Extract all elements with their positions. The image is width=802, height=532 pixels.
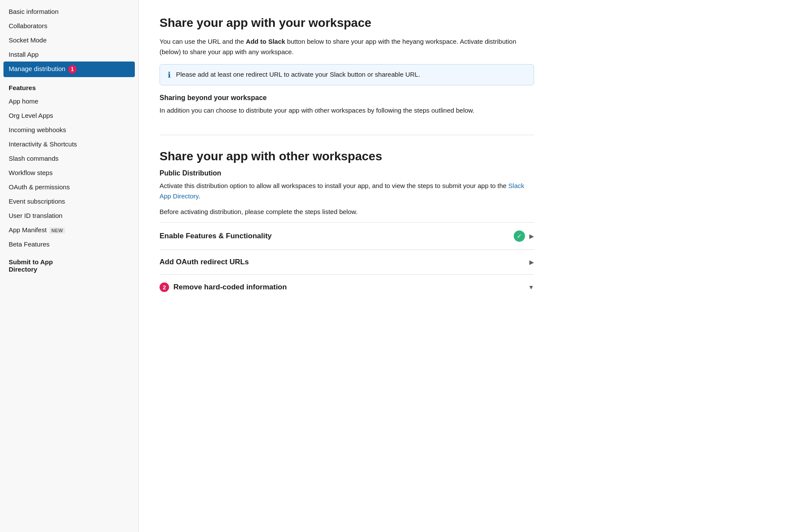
public-dist-title: Public Distribution [160,169,534,177]
accordion-enable-features-header[interactable]: Enable Features & Functionality ✓ ▶ [160,230,534,242]
remove-hardcoded-badge: 2 [160,282,169,292]
sidebar-item-org-level-apps[interactable]: Org Level Apps [0,108,138,123]
sidebar-item-oauth-permissions[interactable]: OAuth & permissions [0,180,138,194]
check-icon: ✓ [514,230,525,242]
accordion-add-oauth-title: Add OAuth redirect URLs [160,258,249,266]
sidebar-item-app-home[interactable]: App home [0,94,138,108]
accordion-enable-features-icons: ✓ ▶ [514,230,534,242]
sidebar: Basic informationCollaboratorsSocket Mod… [0,0,139,532]
accordion-enable-features: Enable Features & Functionality ✓ ▶ [160,222,534,250]
sharing-beyond-title: Sharing beyond your workspace [160,94,534,102]
features-section-header: Features [0,77,138,94]
sidebar-item-basic-information[interactable]: Basic information [0,4,138,19]
accordion-remove-hardcoded-header[interactable]: 2 Remove hard-coded information ▼ [160,282,534,292]
sidebar-item-slash-commands[interactable]: Slash commands [0,151,138,165]
accordion-enable-features-arrow: ▶ [529,233,534,240]
sidebar-item-app-manifest[interactable]: App ManifestNEW [0,223,138,237]
sidebar-item-interactivity-shortcuts[interactable]: Interactivity & Shortcuts [0,137,138,151]
accordion-remove-hardcoded-icons: ▼ [528,284,534,291]
accordion-add-oauth: Add OAuth redirect URLs ▶ [160,250,534,274]
sidebar-item-incoming-webhooks[interactable]: Incoming webhooks [0,123,138,137]
public-dist-note: Before activating distribution, please c… [160,207,534,217]
accordion-remove-hardcoded: 2 Remove hard-coded information ▼ [160,274,534,300]
sidebar-item-app-manifest-badge-new: NEW [49,227,65,234]
accordion-add-oauth-icons: ▶ [529,259,534,266]
sidebar-item-beta-features[interactable]: Beta Features [0,237,138,251]
accordion-remove-hardcoded-arrow: ▼ [528,284,534,291]
submit-section-header: Submit to App Directory [0,251,138,276]
sidebar-item-socket-mode[interactable]: Socket Mode [0,33,138,47]
main-content: Share your app with your workspace You c… [139,0,555,532]
sidebar-item-workflow-steps[interactable]: Workflow steps [0,165,138,180]
sharing-beyond-subsection: Sharing beyond your workspace In additio… [160,94,534,116]
sidebar-item-manage-distribution-badge: 1 [68,65,77,74]
info-box: ℹ Please add at least one redirect URL t… [160,64,534,85]
sharing-beyond-desc: In addition you can choose to distribute… [160,105,534,116]
info-box-text: Please add at least one redirect URL to … [176,71,420,78]
sidebar-item-install-app[interactable]: Install App [0,47,138,62]
sidebar-item-manage-distribution[interactable]: Manage distribution1 [3,62,135,77]
section-share-other-workspaces: Share your app with other workspaces Pub… [160,149,534,314]
info-icon: ℹ [168,71,171,79]
bold-add-to-slack: Add to Slack [246,38,285,45]
sidebar-item-collaborators[interactable]: Collaborators [0,19,138,33]
accordion-enable-features-title: Enable Features & Functionality [160,232,272,240]
accordion-add-oauth-header[interactable]: Add OAuth redirect URLs ▶ [160,258,534,266]
public-dist-desc: Activate this distribution option to all… [160,181,534,201]
section-share-workspace: Share your app with your workspace You c… [160,16,534,135]
sidebar-item-user-id-translation[interactable]: User ID translation [0,208,138,223]
accordion-add-oauth-arrow: ▶ [529,259,534,266]
section1-title: Share your app with your workspace [160,16,534,30]
section2-title: Share your app with other workspaces [160,149,534,164]
accordion-remove-hardcoded-title: 2 Remove hard-coded information [160,282,287,292]
section1-description: You can use the URL and the Add to Slack… [160,36,534,57]
sidebar-item-event-subscriptions[interactable]: Event subscriptions [0,194,138,208]
